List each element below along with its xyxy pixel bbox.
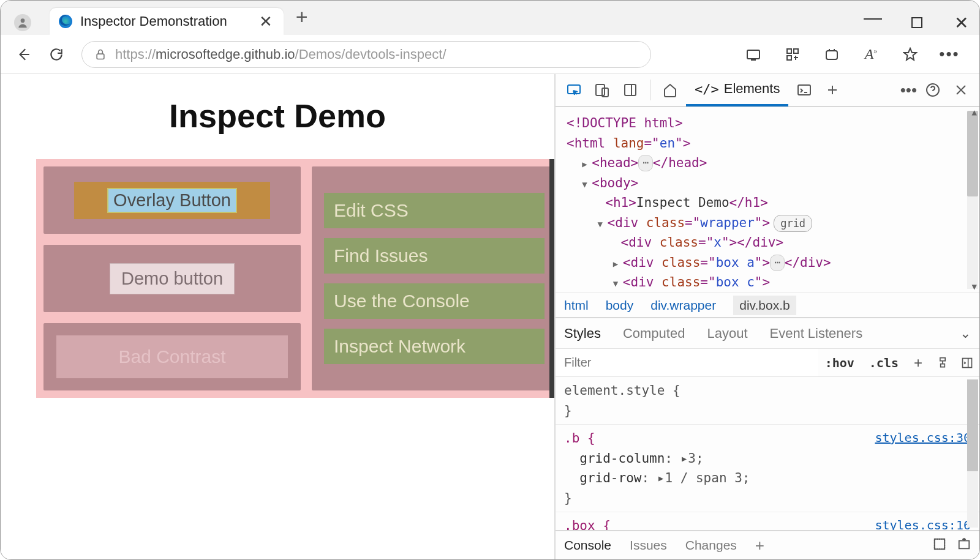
svg-rect-4 — [747, 50, 760, 59]
svg-rect-12 — [625, 84, 636, 95]
tab-title: Inspector Demonstration — [80, 13, 227, 29]
add-tab-icon[interactable] — [820, 78, 845, 102]
expand-icon[interactable] — [582, 153, 592, 173]
tab-styles[interactable]: Styles — [564, 326, 601, 342]
collapse-icon[interactable] — [613, 272, 623, 293]
styles-pane[interactable]: element.style { } styles.css:30 .b { gri… — [556, 377, 979, 530]
tab-layout[interactable]: Layout — [707, 326, 747, 342]
browser-tab[interactable]: Inspector Demonstration ✕ — [50, 8, 284, 35]
source-link[interactable]: styles.css:30 — [875, 428, 971, 447]
svg-rect-10 — [596, 84, 605, 95]
browser-toolbar: https://microsoftedge.github.io/Demos/de… — [1, 35, 979, 74]
welcome-icon[interactable] — [658, 78, 682, 102]
box-d: Bad Contrast — [43, 323, 301, 390]
svg-rect-15 — [963, 358, 972, 367]
tab-computed[interactable]: Computed — [623, 326, 685, 342]
maximize-button[interactable] — [906, 12, 928, 34]
drawer-tab-issues[interactable]: Issues — [630, 538, 667, 553]
demo-wrapper: Overlay Button Demo button Bad Contrast … — [36, 159, 549, 398]
address-bar[interactable]: https://microsoftedge.github.io/Demos/de… — [81, 41, 651, 68]
grid-badge[interactable]: grid — [774, 215, 812, 232]
tab-event-listeners[interactable]: Event Listeners — [770, 326, 863, 342]
svg-rect-18 — [959, 540, 970, 548]
computed-toggle-icon[interactable] — [955, 357, 979, 369]
dock-icon[interactable] — [933, 537, 946, 554]
svg-rect-17 — [935, 539, 945, 549]
breadcrumb-item[interactable]: div.wrapper — [650, 298, 716, 313]
more-icon[interactable]: ••• — [935, 40, 963, 69]
help-icon[interactable] — [921, 78, 945, 102]
panel-layout-icon[interactable] — [618, 78, 643, 102]
collections-icon[interactable] — [778, 40, 807, 69]
favorite-icon[interactable] — [896, 40, 924, 69]
svg-rect-13 — [798, 85, 810, 95]
app-icon[interactable] — [818, 40, 846, 69]
tab-elements[interactable]: </> Elements — [686, 73, 788, 106]
overlay-button[interactable]: Overlay Button — [107, 188, 237, 213]
chevron-down-icon[interactable]: ⌄ — [960, 326, 971, 342]
source-link[interactable]: styles.css:16 — [875, 516, 971, 530]
list-item[interactable]: Inspect Network — [324, 329, 545, 364]
drawer-tab-console[interactable]: Console — [564, 538, 611, 553]
css-rule[interactable]: element.style { } — [556, 377, 979, 425]
back-button[interactable] — [9, 40, 37, 69]
list-item[interactable]: Find Issues — [324, 238, 545, 274]
devtools-drawer: Console Issues Changes + — [556, 530, 979, 559]
filter-input[interactable] — [556, 349, 818, 376]
page-viewport: Inspect Demo Overlay Button Demo button … — [1, 74, 554, 559]
lock-icon — [94, 48, 107, 61]
collapse-icon[interactable] — [598, 213, 608, 233]
inspect-element-icon[interactable] — [562, 78, 586, 102]
device-toggle-icon[interactable] — [590, 78, 614, 102]
list-item[interactable]: Use the Console — [324, 283, 545, 319]
scrollbar-thumb[interactable] — [967, 111, 978, 196]
expand-drawer-icon[interactable] — [957, 537, 971, 554]
expand-icon[interactable] — [613, 253, 623, 273]
scroll-up-icon[interactable]: ▲ — [972, 107, 977, 119]
paint-icon[interactable] — [930, 357, 955, 369]
list-item[interactable]: Edit CSS — [324, 193, 545, 228]
breadcrumb: html body div.wrapper div.box.b — [556, 293, 979, 318]
svg-rect-7 — [787, 56, 791, 60]
bad-contrast-wrap: Bad Contrast — [56, 335, 288, 378]
url-text: https://microsoftedge.github.io/Demos/de… — [115, 47, 447, 62]
demo-button[interactable]: Demo button — [110, 263, 235, 294]
devtools-more-icon[interactable]: ••• — [900, 81, 917, 100]
new-tab-button[interactable]: + — [296, 5, 308, 31]
refresh-button[interactable] — [42, 40, 70, 69]
svg-rect-8 — [826, 51, 837, 59]
dom-tree[interactable]: <!DOCTYPE html> <html lang="en"> <head>⋯… — [556, 107, 979, 293]
page-heading: Inspect Demo — [6, 97, 549, 135]
box-a: Overlay Button — [43, 166, 301, 234]
svg-rect-5 — [787, 49, 791, 53]
styles-filter-bar: :hov .cls + — [556, 349, 979, 377]
breadcrumb-item-selected[interactable]: div.box.b — [733, 296, 796, 315]
drawer-tab-changes[interactable]: Changes — [685, 538, 737, 553]
screencast-icon[interactable] — [739, 40, 767, 69]
collapse-icon[interactable] — [582, 173, 592, 193]
scrollbar-thumb[interactable] — [967, 379, 978, 471]
breadcrumb-item[interactable]: html — [564, 298, 589, 313]
css-rule[interactable]: styles.css:16 .box { background-color: #… — [556, 512, 979, 530]
read-aloud-icon[interactable]: A» — [857, 40, 885, 69]
box-b: Edit CSS Find Issues Use the Console Ins… — [312, 166, 554, 390]
console-tab-icon[interactable] — [792, 78, 816, 102]
toolbar-right-icons: A» ••• — [739, 40, 963, 69]
close-window-button[interactable]: ✕ — [950, 12, 972, 34]
css-rule[interactable]: styles.css:30 .b { grid-column: ▸3; grid… — [556, 425, 979, 512]
minimize-button[interactable]: — — [862, 12, 884, 34]
devtools-tabstrip: </> Elements ••• — [556, 74, 979, 107]
scroll-down-icon[interactable]: ▼ — [972, 280, 977, 293]
close-devtools-icon[interactable] — [949, 78, 973, 102]
box-c: Demo button — [43, 245, 301, 312]
new-rule-icon[interactable]: + — [906, 354, 930, 371]
breadcrumb-item[interactable]: body — [606, 298, 634, 313]
titlebar: Inspector Demonstration ✕ + — ✕ — [1, 1, 979, 35]
add-drawer-tab-icon[interactable]: + — [755, 536, 764, 555]
svg-rect-3 — [97, 54, 104, 59]
svg-rect-16 — [935, 539, 945, 549]
profile-avatar[interactable] — [14, 14, 31, 31]
close-tab-icon[interactable]: ✕ — [259, 12, 273, 31]
hov-toggle[interactable]: :hov — [818, 356, 862, 370]
cls-toggle[interactable]: .cls — [862, 356, 906, 370]
